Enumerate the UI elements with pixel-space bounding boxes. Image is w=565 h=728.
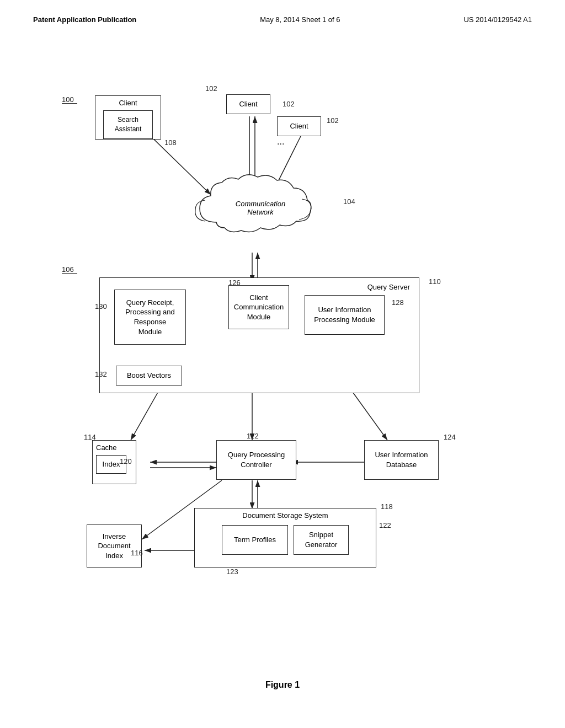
term-profiles-label: Term Profiles — [234, 535, 276, 545]
label-128: 128 — [392, 298, 404, 307]
label-123: 123 — [226, 568, 238, 576]
dss-box: Document Storage System Term Profiles Sn… — [194, 508, 376, 568]
label-130: 130 — [95, 302, 107, 311]
header-right: US 2014/0129542 A1 — [463, 15, 532, 24]
label-116: 116 — [131, 549, 143, 557]
label-124: 124 — [444, 433, 456, 441]
ellipsis: ... — [277, 137, 284, 147]
index-label: Index — [103, 459, 120, 469]
query-receipt-label: Query Receipt,Processing andResponseModu… — [125, 298, 175, 336]
label-102b: 102 — [282, 100, 295, 108]
boost-vectors-label: Boost Vectors — [127, 371, 171, 381]
label-102a: 102 — [205, 84, 217, 93]
client-b-box: Client — [226, 94, 270, 114]
figure-label: Figure 1 — [0, 680, 565, 701]
label-102c: 102 — [327, 116, 339, 125]
label-118: 118 — [381, 502, 393, 511]
inv-doc-box: InverseDocumentIndex — [87, 524, 142, 568]
svg-line-17 — [131, 387, 161, 440]
ccm-label: ClientCommunicationModule — [234, 293, 284, 322]
query-receipt-box: Query Receipt,Processing andResponseModu… — [114, 290, 186, 345]
uid-box: User InformationDatabase — [364, 440, 439, 480]
label-120: 120 — [120, 457, 132, 465]
label-126: 126 — [228, 279, 241, 287]
client-c-label: Client — [290, 121, 308, 131]
query-server-label: Query Server — [367, 282, 410, 292]
header-center: May 8, 2014 Sheet 1 of 6 — [260, 15, 340, 24]
cloud-container: Communication Network — [189, 173, 332, 241]
qpc-box: Query ProcessingController — [216, 440, 296, 480]
ccm-box: ClientCommunicationModule — [228, 285, 289, 329]
diagram: 100 106 Client SearchAssistant 102 108 C… — [34, 35, 531, 675]
search-assistant-box: SearchAssistant — [103, 110, 153, 139]
label-108: 108 — [164, 138, 177, 147]
client-a-label: Client — [99, 98, 157, 108]
inv-doc-label: InverseDocumentIndex — [98, 532, 130, 561]
label-122: 122 — [379, 521, 391, 529]
client-a-box: Client SearchAssistant — [95, 95, 161, 140]
term-profiles-box: Term Profiles — [222, 525, 288, 555]
header-left: Patent Application Publication — [33, 15, 136, 24]
user-info-proc-label: User InformationProcessing Module — [314, 305, 375, 324]
comm-network-label: Communication Network — [225, 200, 296, 216]
label-106: 106 — [62, 265, 74, 274]
snippet-gen-box: SnippetGenerator — [294, 525, 349, 555]
label-132: 132 — [95, 370, 107, 378]
cache-label: Cache — [96, 443, 117, 453]
user-info-proc-box: User InformationProcessing Module — [305, 295, 385, 335]
snippet-gen-label: SnippetGenerator — [305, 530, 338, 549]
dss-label: Document Storage System — [199, 511, 371, 521]
label-112: 112 — [247, 432, 259, 440]
label-100: 100 — [62, 95, 74, 104]
uid-label: User InformationDatabase — [375, 450, 428, 469]
search-assistant-label: SearchAssistant — [115, 115, 142, 133]
label-104: 104 — [343, 197, 355, 206]
label-114: 114 — [84, 433, 96, 441]
client-b-label: Client — [239, 99, 257, 109]
boost-vectors-box: Boost Vectors — [116, 366, 182, 386]
qpc-label: Query ProcessingController — [228, 450, 285, 469]
client-c-box: Client — [277, 116, 321, 136]
label-110: 110 — [429, 277, 441, 286]
svg-line-18 — [349, 387, 387, 440]
